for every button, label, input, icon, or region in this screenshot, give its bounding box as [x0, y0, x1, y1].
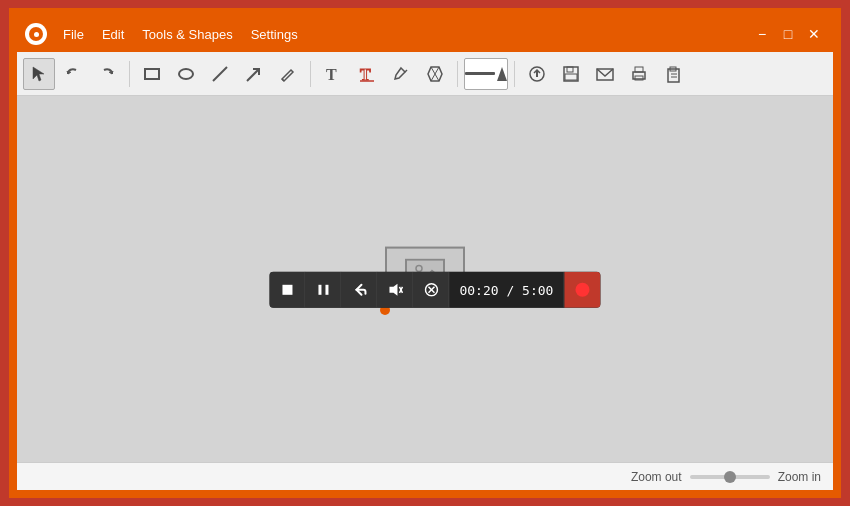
print-button[interactable] — [623, 58, 655, 90]
save-button[interactable] — [555, 58, 587, 90]
title-bar: File Edit Tools & Shapes Settings − □ ✕ — [17, 16, 833, 52]
ellipse-tool-button[interactable] — [170, 58, 202, 90]
record-button[interactable] — [564, 272, 600, 308]
text-outline-tool-button[interactable]: T — [351, 58, 383, 90]
recording-timer: 00:20 / 5:00 — [449, 272, 564, 308]
svg-marker-34 — [389, 284, 397, 296]
svg-rect-18 — [565, 74, 577, 80]
canvas-area[interactable]: 00:20 / 5:00 — [17, 96, 833, 462]
cancel-button[interactable] — [413, 272, 449, 308]
pause-button[interactable] — [305, 272, 341, 308]
window-controls: − □ ✕ — [751, 23, 825, 45]
arrow-tool-button[interactable] — [238, 58, 270, 90]
line-tool-button[interactable] — [204, 58, 236, 90]
svg-rect-33 — [325, 285, 328, 295]
pencil-tool-button[interactable] — [272, 58, 304, 90]
menu-settings[interactable]: Settings — [243, 23, 306, 46]
divider-3 — [457, 61, 458, 87]
rec-back-button[interactable] — [341, 272, 377, 308]
svg-point-2 — [179, 69, 193, 79]
divider-4 — [514, 61, 515, 87]
select-tool-button[interactable] — [23, 58, 55, 90]
logo-inner — [29, 27, 43, 41]
blur-tool-button[interactable] — [419, 58, 451, 90]
text-tool-button[interactable]: T — [317, 58, 349, 90]
upload-button[interactable] — [521, 58, 553, 90]
line-thickness-button[interactable] — [464, 58, 508, 90]
zoom-out-label: Zoom out — [631, 470, 682, 484]
svg-line-4 — [247, 69, 259, 81]
svg-marker-13 — [497, 67, 507, 81]
divider-2 — [310, 61, 311, 87]
svg-rect-31 — [282, 285, 292, 295]
logo-dot — [34, 32, 39, 37]
recording-controls-bar: 00:20 / 5:00 — [269, 272, 600, 308]
zoom-slider-thumb[interactable] — [724, 471, 736, 483]
svg-line-3 — [213, 67, 227, 81]
menu-file[interactable]: File — [55, 23, 92, 46]
zoom-in-label: Zoom in — [778, 470, 821, 484]
minimize-button[interactable]: − — [751, 23, 773, 45]
undo-button[interactable] — [57, 58, 89, 90]
rectangle-tool-button[interactable] — [136, 58, 168, 90]
line-thickness-indicator — [465, 72, 495, 75]
app-logo — [25, 23, 47, 45]
svg-line-5 — [282, 79, 284, 81]
stop-button[interactable] — [269, 272, 305, 308]
svg-rect-1 — [145, 69, 159, 79]
svg-rect-32 — [318, 285, 321, 295]
divider-1 — [129, 61, 130, 87]
audio-button[interactable] — [377, 272, 413, 308]
redo-button[interactable] — [91, 58, 123, 90]
app-window: File Edit Tools & Shapes Settings − □ ✕ — [15, 14, 835, 492]
menu-tools-shapes[interactable]: Tools & Shapes — [134, 23, 240, 46]
menu-bar: File Edit Tools & Shapes Settings — [55, 23, 751, 46]
svg-line-9 — [405, 70, 407, 72]
menu-edit[interactable]: Edit — [94, 23, 132, 46]
svg-text:T: T — [326, 66, 337, 83]
status-bar: Zoom out Zoom in — [17, 462, 833, 490]
clipboard-button[interactable] — [657, 58, 689, 90]
svg-marker-0 — [33, 67, 44, 81]
toolbar: T T — [17, 52, 833, 96]
email-button[interactable] — [589, 58, 621, 90]
highlight-tool-button[interactable] — [385, 58, 417, 90]
record-indicator — [575, 283, 589, 297]
zoom-slider[interactable] — [690, 475, 770, 479]
maximize-button[interactable]: □ — [777, 23, 799, 45]
close-button[interactable]: ✕ — [803, 23, 825, 45]
